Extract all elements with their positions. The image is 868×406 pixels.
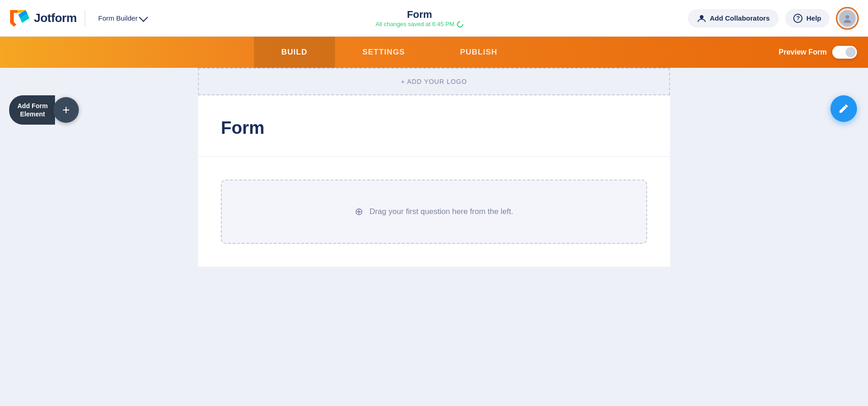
form-body-section: ⊕ Drag your first question here from the… bbox=[198, 157, 670, 267]
drag-drop-area[interactable]: ⊕ Drag your first question here from the… bbox=[221, 180, 647, 244]
form-header-section: Form bbox=[198, 95, 670, 157]
form-title-display: Form bbox=[221, 118, 647, 138]
question-icon: ? bbox=[793, 14, 802, 23]
saved-status: All changes saved at 6:45 PM bbox=[375, 21, 463, 27]
form-canvas: + ADD YOUR LOGO Form ⊕ Drag your first q… bbox=[0, 68, 868, 406]
add-logo-text: + ADD YOUR LOGO bbox=[401, 78, 467, 85]
toolbar-tabs: BUILD SETTINGS PUBLISH bbox=[0, 37, 779, 68]
svg-point-6 bbox=[846, 15, 849, 19]
preview-form-area: Preview Form bbox=[779, 46, 868, 59]
help-button[interactable]: ? Help bbox=[785, 9, 830, 27]
collaborators-label: Add Collaborators bbox=[710, 14, 770, 22]
preview-toggle[interactable] bbox=[832, 46, 857, 59]
header-divider bbox=[85, 10, 85, 27]
logo-area: Jotform bbox=[9, 8, 77, 28]
help-label: Help bbox=[806, 14, 821, 22]
preview-form-label: Preview Form bbox=[779, 48, 827, 56]
drag-text: ⊕ Drag your first question here from the… bbox=[355, 206, 513, 218]
tab-build[interactable]: BUILD bbox=[254, 37, 335, 68]
user-avatar[interactable] bbox=[836, 7, 859, 30]
form-builder-label: Form Builder bbox=[98, 14, 137, 22]
svg-point-5 bbox=[700, 15, 703, 19]
main-content: Add FormElement + + ADD YOUR LOGO Form ⊕… bbox=[0, 68, 868, 406]
move-icon: ⊕ bbox=[355, 206, 363, 218]
tab-publish[interactable]: PUBLISH bbox=[433, 37, 525, 68]
person-icon bbox=[697, 14, 706, 23]
toolbar: BUILD SETTINGS PUBLISH Preview Form bbox=[0, 37, 868, 68]
pencil-icon bbox=[838, 103, 850, 115]
tab-settings[interactable]: SETTINGS bbox=[335, 37, 433, 68]
logo-text: Jotform bbox=[34, 11, 77, 25]
form-title-header: Form bbox=[407, 9, 432, 21]
avatar-silhouette bbox=[842, 13, 853, 24]
form-paper: + ADD YOUR LOGO Form ⊕ Drag your first q… bbox=[170, 68, 698, 406]
floating-edit-button[interactable] bbox=[830, 95, 857, 122]
jotform-logo-icon bbox=[9, 8, 29, 28]
header: Jotform Form Builder Form All changes sa… bbox=[0, 0, 868, 37]
avatar-inner bbox=[839, 10, 856, 27]
form-builder-button[interactable]: Form Builder bbox=[93, 11, 151, 25]
center-area: Form All changes saved at 6:45 PM bbox=[151, 9, 688, 27]
add-element-plus-icon[interactable]: + bbox=[53, 97, 79, 123]
add-logo-bar[interactable]: + ADD YOUR LOGO bbox=[198, 68, 670, 95]
toggle-knob bbox=[846, 47, 856, 57]
header-right: Add Collaborators ? Help bbox=[688, 7, 859, 30]
chevron-down-icon bbox=[139, 13, 148, 22]
add-form-element-button[interactable]: Add FormElement + bbox=[9, 95, 79, 125]
add-element-label: Add FormElement bbox=[9, 95, 55, 125]
add-collaborators-button[interactable]: Add Collaborators bbox=[688, 9, 779, 27]
refresh-icon bbox=[456, 20, 465, 29]
